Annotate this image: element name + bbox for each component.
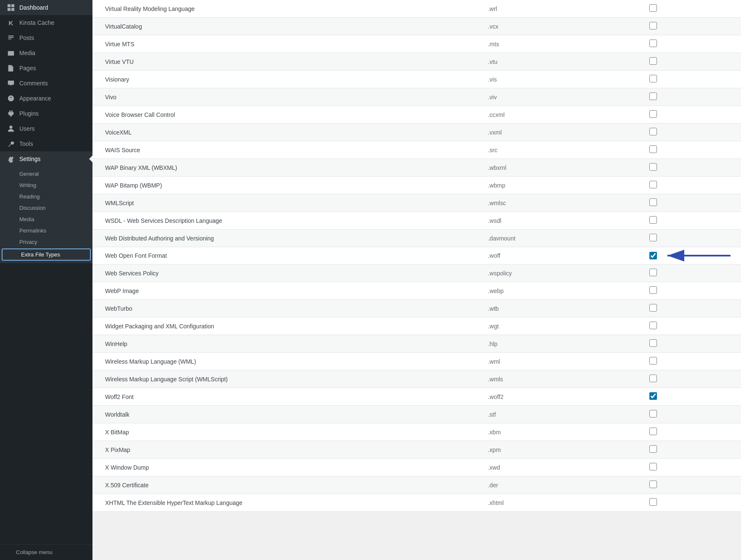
file-type-ext: .vtu <box>480 53 641 71</box>
table-row: WinHelp.hlp <box>92 335 741 353</box>
file-type-ext: .wrl <box>480 0 641 18</box>
file-type-ext: .wspolicy <box>480 264 641 282</box>
table-row: XHTML The Extensible HyperText Markup La… <box>92 494 741 512</box>
sidebar-item-comments-label: Comments <box>19 80 48 87</box>
file-type-name: Web Open Font Format <box>92 247 480 264</box>
file-type-ext: .ccxml <box>480 106 641 124</box>
file-type-checkbox[interactable] <box>649 410 657 417</box>
sidebar-item-appearance[interactable]: Appearance <box>0 91 92 106</box>
sidebar-item-appearance-label: Appearance <box>19 95 51 102</box>
tools-icon <box>7 140 15 148</box>
table-row: WebP Image.webp <box>92 282 741 300</box>
file-type-checkbox[interactable] <box>649 322 657 329</box>
file-type-checkbox[interactable] <box>649 375 657 382</box>
file-type-name: Wireless Markup Language (WML) <box>92 353 480 370</box>
file-type-checkbox[interactable] <box>649 269 657 276</box>
file-type-checkbox[interactable] <box>649 216 657 224</box>
file-type-checkbox[interactable] <box>649 22 657 29</box>
table-row: WSDL - Web Services Description Language… <box>92 212 741 230</box>
file-type-checkbox[interactable] <box>649 392 657 400</box>
sidebar-item-plugins[interactable]: Plugins <box>0 106 92 121</box>
file-type-checkbox[interactable] <box>649 128 657 135</box>
file-type-ext: .hlp <box>480 335 641 353</box>
file-type-checkbox[interactable] <box>649 110 657 118</box>
table-row: Vivo.viv <box>92 88 741 106</box>
sidebar-item-tools[interactable]: Tools <box>0 136 92 151</box>
file-type-ext: .wmls <box>480 370 641 388</box>
file-type-checkbox[interactable] <box>649 198 657 206</box>
sidebar-item-kinsta-cache[interactable]: K Kinsta Cache <box>0 15 92 30</box>
submenu-item-permalinks[interactable]: Permalinks <box>0 225 92 236</box>
file-type-checkbox[interactable] <box>649 463 657 470</box>
file-type-checkbox[interactable] <box>649 428 657 435</box>
file-type-ext: .xpm <box>480 441 641 459</box>
file-type-name: Web Distributed Authoring and Versioning <box>92 230 480 247</box>
file-type-checkbox[interactable] <box>649 339 657 347</box>
collapse-menu-label: Collapse menu <box>16 549 53 555</box>
table-row: VirtualCatalog.vcx <box>92 18 741 35</box>
file-type-checkbox[interactable] <box>649 57 657 65</box>
file-type-checkbox[interactable] <box>649 498 657 506</box>
sidebar-item-comments[interactable]: Comments <box>0 76 92 91</box>
sidebar-item-posts-label: Posts <box>19 34 34 41</box>
file-type-ext: .vis <box>480 71 641 88</box>
file-type-ext: .der <box>480 476 641 494</box>
settings-submenu: General Writing Reading Discussion Media… <box>0 166 92 263</box>
table-row: Virtue VTU.vtu <box>92 53 741 71</box>
file-type-name: X PixMap <box>92 441 480 459</box>
file-type-ext: .xwd <box>480 459 641 476</box>
sidebar-item-dashboard-label: Dashboard <box>19 4 48 11</box>
sidebar-item-users-label: Users <box>19 125 35 132</box>
file-type-checkbox[interactable] <box>649 181 657 188</box>
file-type-checkbox[interactable] <box>649 4 657 12</box>
file-type-checkbox[interactable] <box>649 252 657 259</box>
file-type-checkbox[interactable] <box>649 145 657 153</box>
sidebar-item-settings[interactable]: Settings <box>0 151 92 166</box>
file-type-checkbox[interactable] <box>649 234 657 241</box>
comments-icon <box>7 79 15 87</box>
file-type-ext: .viv <box>480 88 641 106</box>
sidebar-item-settings-label: Settings <box>19 156 41 162</box>
sidebar-item-users[interactable]: Users <box>0 121 92 136</box>
submenu-item-general[interactable]: General <box>0 168 92 180</box>
file-type-checkbox[interactable] <box>649 40 657 47</box>
file-type-ext: .wml <box>480 353 641 370</box>
file-type-checkbox[interactable] <box>649 481 657 488</box>
file-type-checkbox[interactable] <box>649 92 657 100</box>
table-row: Visionary.vis <box>92 71 741 88</box>
submenu-item-extra-file-types[interactable]: Extra File Types <box>2 248 91 261</box>
sidebar-item-media-label: Media <box>19 50 35 56</box>
file-type-ext: .wtb <box>480 300 641 317</box>
collapse-menu-button[interactable]: Collapse menu <box>0 544 92 560</box>
file-type-name: Voice Browser Call Control <box>92 106 480 124</box>
file-type-ext: .xbm <box>480 423 641 441</box>
sidebar-item-dashboard[interactable]: Dashboard <box>0 0 92 15</box>
table-row: Virtue MTS.mts <box>92 35 741 53</box>
file-type-name: WAP Binary XML (WBXML) <box>92 159 480 177</box>
file-type-ext: .xhtml <box>480 494 641 512</box>
file-type-checkbox[interactable] <box>649 357 657 365</box>
submenu-item-media[interactable]: Media <box>0 214 92 225</box>
file-type-ext: .stf <box>480 406 641 423</box>
file-type-name: WAP Bitamp (WBMP) <box>92 177 480 194</box>
submenu-item-privacy[interactable]: Privacy <box>0 236 92 248</box>
file-type-ext: .wgt <box>480 317 641 335</box>
submenu-item-reading[interactable]: Reading <box>0 191 92 202</box>
submenu-item-discussion[interactable]: Discussion <box>0 202 92 214</box>
file-type-name: Virtue MTS <box>92 35 480 53</box>
submenu-item-writing[interactable]: Writing <box>0 180 92 191</box>
file-type-checkbox[interactable] <box>649 163 657 171</box>
file-type-checkbox[interactable] <box>649 286 657 294</box>
file-type-ext: .mts <box>480 35 641 53</box>
sidebar-item-pages[interactable]: Pages <box>0 61 92 76</box>
file-type-checkbox[interactable] <box>649 445 657 453</box>
file-type-checkbox[interactable] <box>649 75 657 82</box>
sidebar-item-media[interactable]: Media <box>0 45 92 61</box>
sidebar-item-posts[interactable]: Posts <box>0 30 92 45</box>
file-type-name: WebTurbo <box>92 300 480 317</box>
table-row: Wireless Markup Language (WML).wml <box>92 353 741 370</box>
file-type-ext: .webp <box>480 282 641 300</box>
annotation-arrow <box>665 251 733 260</box>
file-type-checkbox[interactable] <box>649 304 657 312</box>
file-type-ext: .wbmp <box>480 177 641 194</box>
